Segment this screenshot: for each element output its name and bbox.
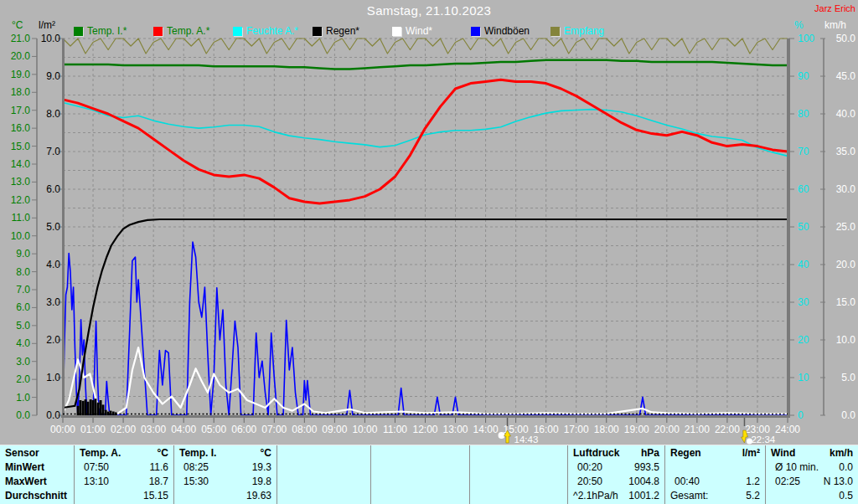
svg-text:90: 90 xyxy=(798,70,809,82)
avg-value: 5.2 xyxy=(746,489,760,503)
svg-text:15.0: 15.0 xyxy=(11,141,31,152)
svg-text:18:00: 18:00 xyxy=(594,424,619,435)
svg-text:10.0: 10.0 xyxy=(836,334,856,346)
col-name: Luftdruck xyxy=(573,446,619,460)
svg-text:05:00: 05:00 xyxy=(201,424,226,435)
svg-text:11:00: 11:00 xyxy=(383,424,407,435)
max-time: 13:10 xyxy=(80,475,109,489)
legend-swatch xyxy=(313,27,322,36)
svg-text:4.0: 4.0 xyxy=(46,259,60,270)
svg-text:17:00: 17:00 xyxy=(564,424,589,435)
svg-text:14:00: 14:00 xyxy=(473,424,499,435)
max-value: 1004.8 xyxy=(628,475,659,489)
table-col-regen: Regenl/m² 00:401.2 Gesamt:5.2 xyxy=(664,445,765,504)
svg-text:30.0: 30.0 xyxy=(836,183,856,195)
svg-text:0.0: 0.0 xyxy=(841,409,855,421)
svg-text:17.0: 17.0 xyxy=(11,105,31,116)
legend: Temp. I.*Temp. A.*Feuchte A.*Regen*Wind*… xyxy=(0,25,858,37)
axis-labels: 21.020.019.018.017.016.015.014.013.012.0… xyxy=(11,33,856,435)
svg-text:22:00: 22:00 xyxy=(715,424,740,435)
table-col-wind: Windkm/h Ø 10 min.0.0 02:25N 13.0 0.5 xyxy=(765,445,858,504)
svg-text:19.0: 19.0 xyxy=(11,69,31,80)
max-value: 19.8 xyxy=(252,475,271,489)
svg-text:12:00: 12:00 xyxy=(412,424,437,435)
svg-text:13.0: 13.0 xyxy=(11,176,31,188)
cloud-icon xyxy=(499,432,505,439)
svg-text:0.0: 0.0 xyxy=(16,409,30,421)
svg-text:40: 40 xyxy=(798,259,809,270)
min-time: 00:20 xyxy=(573,460,602,475)
svg-text:9.0: 9.0 xyxy=(46,70,60,82)
svg-text:1.0: 1.0 xyxy=(46,372,60,383)
svg-text:80: 80 xyxy=(798,108,809,120)
legend-swatch xyxy=(392,27,401,36)
svg-text:12.0: 12.0 xyxy=(11,194,31,206)
svg-text:0: 0 xyxy=(798,409,804,421)
svg-text:40.0: 40.0 xyxy=(836,108,856,120)
table-col-empty-2 xyxy=(370,445,469,504)
svg-text:6.0: 6.0 xyxy=(46,183,60,195)
legend-label: Feuchte A.* xyxy=(246,25,298,37)
legend-item-empfang: Empfang xyxy=(550,25,604,37)
svg-text:30: 30 xyxy=(798,296,809,308)
svg-text:19:00: 19:00 xyxy=(624,424,649,435)
axes xyxy=(32,39,825,423)
avg-value: 19.63 xyxy=(246,489,271,503)
avg-label: Gesamt: xyxy=(670,489,708,503)
svg-text:14.0: 14.0 xyxy=(11,158,31,170)
avg-value: 0.5 xyxy=(839,489,853,503)
min-time xyxy=(670,460,675,475)
col-unit: °C xyxy=(158,446,168,460)
legend-swatch xyxy=(233,27,242,36)
weather-app-window: 21.020.019.018.017.016.015.014.013.012.0… xyxy=(0,0,858,504)
svg-text:45.0: 45.0 xyxy=(836,70,856,82)
svg-text:21:00: 21:00 xyxy=(685,424,710,435)
max-time: 20:50 xyxy=(573,475,602,489)
table-col-empty-1 xyxy=(277,445,370,504)
col-name: Temp. A. xyxy=(80,446,121,460)
svg-text:23:00: 23:00 xyxy=(745,424,770,435)
svg-text:0.0: 0.0 xyxy=(46,409,60,421)
max-time: 15:30 xyxy=(179,475,209,489)
legend-swatch xyxy=(74,27,83,36)
svg-text:20.0: 20.0 xyxy=(836,259,856,270)
svg-text:04:00: 04:00 xyxy=(171,424,196,435)
svg-text:2.0: 2.0 xyxy=(16,373,30,385)
max-value: N 13.0 xyxy=(824,475,853,489)
svg-text:7.0: 7.0 xyxy=(16,284,30,296)
svg-text:11.0: 11.0 xyxy=(12,212,31,224)
svg-text:6.0: 6.0 xyxy=(16,301,30,313)
legend-label: Windböen xyxy=(484,25,530,37)
svg-text:03:00: 03:00 xyxy=(141,424,166,435)
avg-value: 15.15 xyxy=(143,489,168,503)
svg-text:5.0: 5.0 xyxy=(841,372,855,383)
table-row-label: MaxWert xyxy=(5,475,69,489)
svg-text:8.0: 8.0 xyxy=(16,266,30,278)
legend-label: Wind* xyxy=(406,25,432,37)
svg-text:7.0: 7.0 xyxy=(46,146,60,157)
legend-label: Temp. I.* xyxy=(87,25,127,37)
sun-marker-time: 14:43 xyxy=(514,435,539,445)
max-value: 1.2 xyxy=(746,475,760,489)
table-col-temp-i: Temp. I.°C 08:2519.3 15:3019.8 19.63 xyxy=(173,445,277,504)
svg-text:16.0: 16.0 xyxy=(11,122,31,134)
table-row-label: MinWert xyxy=(5,460,69,475)
chart-plot: 21.020.019.018.017.016.015.014.013.012.0… xyxy=(0,0,858,504)
svg-text:70: 70 xyxy=(798,146,809,157)
svg-text:3.0: 3.0 xyxy=(46,296,60,308)
legend-label: Temp. A.* xyxy=(167,25,209,37)
avg-label: ^2.1hPa/h xyxy=(573,489,618,503)
sun-marker-time: 22:34 xyxy=(751,435,775,445)
legend-label: Empfang xyxy=(564,25,604,37)
svg-text:00:00: 00:00 xyxy=(50,424,75,435)
legend-item-tempa: Temp. A.* xyxy=(153,25,209,37)
col-name: Regen xyxy=(670,446,701,460)
legend-item-tempi: Temp. I.* xyxy=(74,25,127,37)
svg-text:20: 20 xyxy=(798,334,809,346)
svg-text:01:00: 01:00 xyxy=(80,424,106,435)
table-col-empty-3 xyxy=(469,445,567,504)
min-time: 08:25 xyxy=(179,460,209,475)
svg-text:60: 60 xyxy=(798,183,809,195)
col-unit: °C xyxy=(261,446,271,460)
svg-text:15.0: 15.0 xyxy=(836,296,856,308)
